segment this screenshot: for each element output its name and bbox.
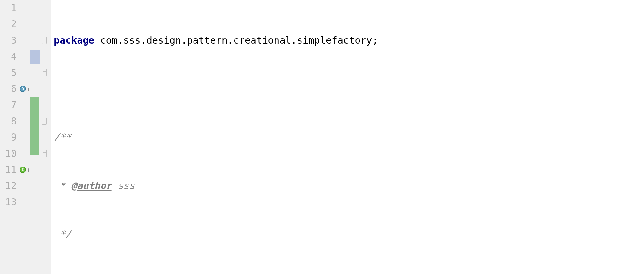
- line-number: 8: [0, 113, 19, 129]
- gutter-row: 5: [0, 65, 51, 81]
- semicolon: ;: [372, 32, 378, 48]
- javadoc-author-value: sss: [112, 178, 135, 194]
- gutter-row: 13: [0, 194, 51, 210]
- gutter-row: 1: [0, 0, 51, 16]
- fold-handle-icon[interactable]: [42, 69, 47, 76]
- code-line: [54, 81, 644, 97]
- gutter-row: 10: [0, 146, 51, 162]
- line-number: 4: [0, 48, 19, 64]
- gutter-row: 6 O ↓: [0, 81, 51, 97]
- gutter-row: 12: [0, 178, 51, 194]
- line-number: 1: [0, 0, 19, 16]
- gutter-row: 8: [0, 113, 51, 129]
- line-number: 7: [0, 97, 19, 113]
- gutter-override-icon[interactable]: O ↓: [19, 84, 30, 94]
- change-marker-added: [30, 97, 39, 113]
- line-number: 13: [0, 194, 19, 210]
- javadoc-author-tag: @author: [71, 178, 111, 194]
- implement-circle-icon: I: [20, 167, 26, 173]
- fold-handle-icon[interactable]: [42, 118, 47, 125]
- gutter-row: 11 I ↓: [0, 162, 51, 178]
- package-name: com.sss.design.pattern.creational.simple…: [100, 32, 372, 48]
- override-circle-icon: O: [20, 86, 26, 92]
- gutter-row: 2: [0, 16, 51, 32]
- editor-gutter: 1 2 3 4 5 6 O ↓ 7 8: [0, 0, 51, 274]
- gutter-row: 7: [0, 97, 51, 113]
- line-number: 6: [0, 81, 19, 97]
- line-number: 12: [0, 178, 19, 194]
- javadoc-close: */: [54, 226, 71, 242]
- line-number: 5: [0, 65, 19, 81]
- line-number: 2: [0, 16, 19, 32]
- change-marker-added: [30, 113, 39, 129]
- gutter-row: 3: [0, 32, 51, 48]
- change-marker-added: [30, 129, 39, 145]
- line-number: 10: [0, 146, 19, 162]
- code-line: package com.sss.design.pattern.creationa…: [54, 32, 644, 48]
- fold-handle-icon[interactable]: [42, 37, 47, 44]
- arrow-down-icon: ↓: [27, 84, 30, 94]
- line-number: 3: [0, 32, 19, 48]
- code-editor-area[interactable]: package com.sss.design.pattern.creationa…: [51, 0, 644, 274]
- javadoc-open: /**: [54, 129, 71, 145]
- code-line: */: [54, 226, 644, 242]
- change-marker-modified: [30, 50, 40, 63]
- arrow-down-icon: ↓: [27, 165, 30, 175]
- fold-handle-icon[interactable]: [42, 150, 47, 157]
- gutter-implement-icon[interactable]: I ↓: [19, 165, 30, 175]
- keyword-package: package: [54, 32, 94, 48]
- code-line: * @author sss: [54, 178, 644, 194]
- change-marker-added: [30, 146, 39, 155]
- line-number: 11: [0, 162, 19, 178]
- code-line: /**: [54, 129, 644, 145]
- gutter-row: 4: [0, 48, 51, 64]
- gutter-row: 9: [0, 129, 51, 145]
- javadoc-star: *: [54, 178, 71, 194]
- line-number: 9: [0, 129, 19, 145]
